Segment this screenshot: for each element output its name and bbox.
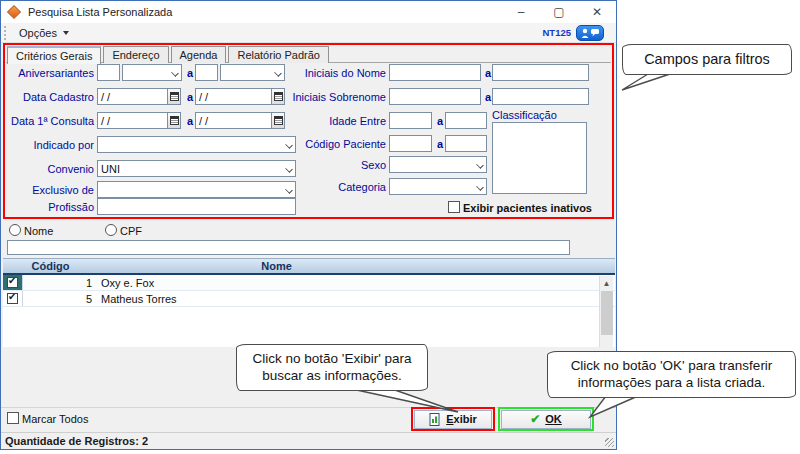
resize-grip[interactable] <box>605 438 614 447</box>
calendar-icon <box>170 116 179 125</box>
label-classificacao: Classificação <box>492 109 592 121</box>
toolbar: Opções NT125 <box>1 23 616 43</box>
label-sexo: Sexo <box>251 159 386 171</box>
aniversariantes-month-from-select[interactable] <box>122 64 182 81</box>
sexo-select[interactable] <box>389 156 487 173</box>
label-exclusivo-de: Exclusivo de <box>1 184 94 196</box>
nome-radio-label: Nome <box>24 225 53 237</box>
nt-version-badge: NT125 <box>542 27 571 38</box>
report-preview-icon <box>429 413 441 426</box>
callout-ok: Click no botão 'OK' para transferir info… <box>547 351 796 398</box>
ok-label: OK <box>545 413 562 425</box>
options-label: Opções <box>19 27 57 39</box>
scroll-up-arrow-icon[interactable]: ▲ <box>600 276 613 290</box>
check-icon: ✔ <box>530 412 540 426</box>
ok-button[interactable]: ✔ OK <box>501 410 591 429</box>
between-label: a <box>187 67 193 79</box>
codigo-paciente-to-input[interactable] <box>445 135 487 152</box>
tab-endereco[interactable]: Endereço <box>103 46 168 63</box>
results-grid: Código Nome 1 Oxy e. Fox 5 Matheus Torre… <box>3 258 615 347</box>
exibir-inativos-checkbox[interactable] <box>448 201 460 213</box>
data-cadastro-from-calendar-button[interactable] <box>167 88 181 105</box>
minimize-button[interactable]: – <box>502 1 540 23</box>
row-codigo: 5 <box>23 291 95 306</box>
label-categoria: Categoria <box>251 181 386 193</box>
classificacao-listbox[interactable] <box>492 122 587 194</box>
between-label: a <box>485 67 491 79</box>
row-checkbox-cell[interactable] <box>3 291 23 306</box>
categoria-select[interactable] <box>389 178 487 195</box>
between-label: a <box>485 91 491 103</box>
label-data-cadastro: Data Cadastro <box>1 91 94 103</box>
column-header-nome[interactable]: Nome <box>98 259 615 273</box>
label-profissao: Profissão <box>1 201 94 213</box>
data-cadastro-from-input[interactable]: / / <box>97 88 168 105</box>
status-bar: Quantidade de Registros: 2 <box>1 432 616 449</box>
exibir-label: Exibir <box>446 413 477 425</box>
tab-relatorio-padrao[interactable]: Relatório Padrão <box>228 46 329 63</box>
label-idade-entre: Idade Entre <box>251 115 386 127</box>
marcar-todos-checkbox[interactable] <box>7 412 19 424</box>
exibir-button[interactable]: Exibir <box>414 410 492 429</box>
row-checkbox-checked[interactable] <box>7 293 18 304</box>
idade-to-input[interactable] <box>445 112 487 129</box>
codigo-paciente-from-input[interactable] <box>389 135 432 152</box>
iniciais-nome-to-input[interactable] <box>492 64 589 81</box>
label-iniciais-nome: Iniciais do Nome <box>251 67 386 79</box>
support-chat-icon[interactable] <box>576 25 604 41</box>
tab-strip: Critérios Gerais Endereço Agenda Relatór… <box>7 46 331 63</box>
exibir-button-highlight: Exibir <box>411 407 495 431</box>
grid-vertical-scrollbar[interactable]: ▲ <box>599 276 613 347</box>
window-title: Pesquisa Lista Personalizada <box>28 6 172 18</box>
cpf-radio[interactable] <box>105 224 117 236</box>
chevron-down-icon <box>171 69 179 77</box>
between-label: a <box>437 115 443 127</box>
grid-header[interactable]: Código Nome <box>3 259 615 275</box>
between-label: a <box>187 91 193 103</box>
between-label: a <box>187 115 193 127</box>
label-indicado-por: Indicado por <box>1 139 94 151</box>
app-diamond-icon <box>7 5 21 19</box>
label-convenio: Convenio <box>1 163 94 175</box>
label-iniciais-sobrenome: Iniciais Sobrenome <box>251 91 386 103</box>
chevron-down-icon <box>63 31 69 35</box>
convenio-value: UNI <box>101 163 120 175</box>
table-row[interactable]: 5 Matheus Torres <box>3 291 615 307</box>
ok-button-highlight: ✔ OK <box>498 407 594 431</box>
profissao-input[interactable] <box>97 198 296 215</box>
row-checkbox-checked[interactable] <box>7 277 18 288</box>
row-checkbox-cell[interactable] <box>3 275 23 290</box>
toolbar-grip <box>4 26 7 40</box>
tab-agenda[interactable]: Agenda <box>171 46 227 63</box>
tab-criterios-gerais[interactable]: Critérios Gerais <box>7 46 101 64</box>
data-consulta-from-calendar-button[interactable] <box>167 112 181 129</box>
screenshot-stage: Pesquisa Lista Personalizada – ▢ ✕ Opçõe… <box>0 0 800 454</box>
maximize-button[interactable]: ▢ <box>540 1 578 23</box>
aniversariantes-day-from-input[interactable] <box>97 64 120 81</box>
column-header-codigo[interactable]: Código <box>3 259 98 273</box>
nome-radio[interactable] <box>9 224 21 236</box>
iniciais-nome-from-input[interactable] <box>389 64 481 81</box>
table-row[interactable]: 1 Oxy e. Fox <box>3 275 615 291</box>
window-controls: – ▢ ✕ <box>502 1 616 23</box>
calendar-icon <box>170 92 179 101</box>
cpf-radio-label: CPF <box>120 225 142 237</box>
iniciais-sobrenome-to-input[interactable] <box>492 88 589 105</box>
people-chat-glyph <box>580 27 600 39</box>
label-codigo-paciente: Código Paciente <box>251 138 386 150</box>
data-consulta-from-input[interactable]: / / <box>97 112 168 129</box>
row-nome: Oxy e. Fox <box>95 275 615 290</box>
between-label: a <box>437 138 443 150</box>
idade-from-input[interactable] <box>389 112 432 129</box>
callout-campos-filtros: Campos para filtros <box>622 44 792 75</box>
close-button[interactable]: ✕ <box>578 1 616 23</box>
aniversariantes-day-to-input[interactable] <box>195 64 218 81</box>
iniciais-sobrenome-from-input[interactable] <box>389 88 481 105</box>
callout-exibir: Click no botão 'Exibir' para buscar as i… <box>236 344 428 391</box>
marcar-todos-label: Marcar Todos <box>22 413 88 425</box>
chevron-down-icon <box>476 161 484 169</box>
exibir-inativos-label: Exibir pacientes inativos <box>463 202 592 214</box>
scrollbar-thumb[interactable] <box>601 291 613 335</box>
options-menu-button[interactable]: Opções <box>13 26 75 40</box>
search-input[interactable] <box>7 240 570 255</box>
